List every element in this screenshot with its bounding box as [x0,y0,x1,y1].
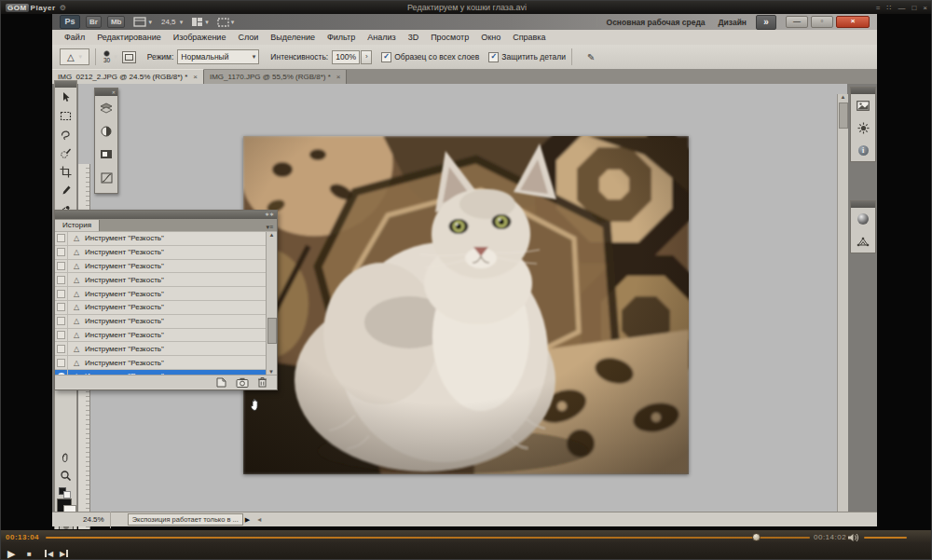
tool-preset-picker[interactable]: △ ▾ [60,48,89,65]
menu-item[interactable]: Справка [513,33,545,42]
menu-item[interactable]: Просмотр [431,33,469,42]
status-flyout-arrow[interactable]: ▶ [245,516,250,524]
strength-input[interactable]: 100% [332,50,360,64]
scrollbar-thumb[interactable] [839,102,848,129]
close-button[interactable]: × [923,4,927,12]
skin-button[interactable]: = [876,4,881,12]
marquee-tool[interactable] [55,106,76,125]
histogram-panel-icon[interactable] [851,94,875,116]
info-panel-icon[interactable]: i [851,139,875,161]
history-brush-well[interactable] [55,315,68,328]
cat-photo-canvas[interactable] [243,136,689,474]
eyedropper-tool[interactable] [55,181,76,199]
mesh-panel-icon[interactable] [851,230,875,253]
strength-spinner[interactable]: › [361,50,372,64]
screen-mode-button[interactable]: ▾ [217,18,235,27]
quick-selection-tool[interactable] [55,143,76,162]
history-brush-well[interactable] [55,301,68,314]
history-brush-source-icon[interactable] [55,370,68,375]
history-brush-well[interactable] [55,260,68,273]
new-document-from-state-icon[interactable] [215,377,227,388]
maximize-button[interactable]: □ [911,4,916,12]
seek-bar[interactable] [46,537,810,539]
workspace-expand-button[interactable]: » [756,15,776,30]
curves-icon[interactable] [95,166,117,189]
arrange-documents-button[interactable]: ▾ [191,17,209,27]
history-state-row[interactable]: △ Инструмент "Резкость" [55,232,277,246]
stop-button[interactable]: ■ [27,546,32,560]
menu-item[interactable]: Файл [64,33,85,42]
zoom-level-control[interactable]: 24,5 ▾ [161,18,183,26]
status-zoom-value[interactable]: 24.5% [83,515,104,524]
history-state-row[interactable]: △ Инструмент "Резкость" [55,301,277,315]
menu-item[interactable]: Слои [238,33,258,42]
history-brush-well[interactable] [55,246,68,259]
new-snapshot-camera-icon[interactable] [236,377,249,388]
close-icon[interactable]: × [336,73,341,81]
default-swatches-icon[interactable] [59,485,73,497]
volume-bar[interactable] [864,537,907,539]
toolbox-grip[interactable] [55,81,76,88]
speaker-icon[interactable] [847,533,859,542]
history-state-row[interactable]: △ Инструмент "Резкость" [55,356,277,370]
history-brush-well[interactable] [55,342,68,355]
history-state-row[interactable]: △ Инструмент "Резкость" [55,260,277,274]
history-brush-well[interactable] [55,232,68,245]
ps-minimize-button[interactable]: — [786,16,808,28]
move-tool[interactable] [55,88,76,106]
history-state-row[interactable]: △ Инструмент "Резкость" [55,273,277,287]
levels-icon[interactable] [95,143,117,166]
view-extras-button[interactable]: ▾ [133,17,152,27]
history-state-row[interactable]: △ Инструмент "Резкость" [55,246,277,260]
document-tab-inactive[interactable]: IMG_1170.JPG @ 55,5% (RGB/8*) * × [204,70,347,84]
history-state-row[interactable]: △ Инструмент "Резкость" [55,342,277,356]
video-frame-photoshop[interactable]: Ps Br Mb ▾ 24,5 ▾ ▾ ▾ Основная рабочая с… [52,14,877,526]
ps-restore-button[interactable]: ▫ [811,16,833,28]
mode-select[interactable]: Нормальный ▾ [177,49,259,64]
mini-bridge-button[interactable]: Mb [107,16,126,28]
history-brush-well[interactable] [55,273,68,286]
brush-preset-picker[interactable]: 30 [103,50,110,64]
pin-button[interactable]: ∷ [886,4,891,12]
history-brush-well[interactable] [55,329,68,342]
history-state-row[interactable]: △ Инструмент "Резкость" [55,329,277,343]
history-brush-well[interactable] [55,287,68,300]
styles-icon[interactable] [95,96,117,119]
menu-item[interactable]: 3D [408,33,419,42]
adjustments-sun-panel-icon[interactable] [851,116,875,139]
menu-item[interactable]: Анализ [367,33,395,42]
history-brush-well[interactable] [55,356,68,369]
lasso-tool[interactable] [55,125,76,143]
ps-close-button[interactable]: × [836,16,870,28]
menu-item[interactable]: Редактирование [97,33,161,42]
panel-grip[interactable]: ∗∗ [55,211,277,219]
brush-panel-button[interactable]: ✎ [587,52,595,62]
scrollbar-thumb[interactable] [267,318,277,344]
seek-handle[interactable] [752,533,761,541]
panel-grip[interactable]: ✕ [95,89,117,96]
scroll-up-arrow[interactable]: ▲ [841,94,846,100]
previous-button[interactable]: ◀ [45,546,53,560]
tab-history[interactable]: История [55,220,100,231]
history-state-row[interactable]: △ Инструмент "Резкость" [55,287,277,301]
minimize-button[interactable]: — [898,4,905,12]
bridge-button[interactable]: Br [86,16,102,28]
hand-tool[interactable] [55,447,76,466]
play-button[interactable]: ▶ [7,546,15,560]
protect-detail-checkbox[interactable]: ✓ [488,52,499,62]
panel-menu-icon[interactable]: ▾≡ [266,224,273,231]
sample-all-layers-checkbox[interactable]: ✓ [381,52,391,62]
menu-item[interactable]: Выделение [270,33,315,42]
crop-tool[interactable] [55,162,76,181]
next-button[interactable]: ▶ [60,546,68,560]
history-state-row-selected[interactable]: △ Инструмент "Резкость" [55,370,277,375]
menu-item[interactable]: Фильтр [327,33,355,42]
menu-item[interactable]: Окно [481,33,500,42]
contrast-circle-icon[interactable] [95,119,117,143]
workspace-design-button[interactable]: Дизайн [719,18,747,27]
canvas-vertical-scrollbar[interactable]: ▲ [837,94,848,512]
toggle-brush-panel-button[interactable] [122,51,136,63]
panel-grip[interactable] [851,88,875,94]
scroll-down-arrow[interactable]: ▼ [268,369,274,375]
scroll-left-arrow[interactable]: ◂ [257,515,261,524]
